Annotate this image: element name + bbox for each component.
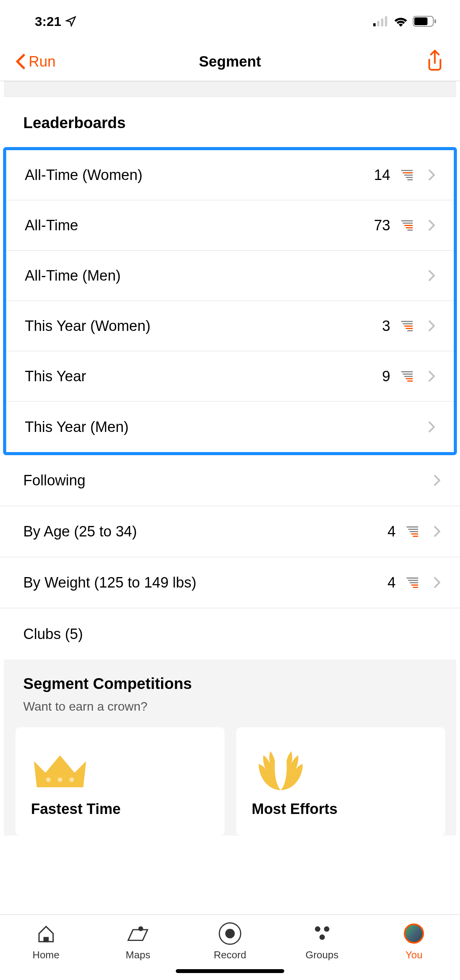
svg-rect-10: [44, 937, 48, 941]
leaderboard-label: All-Time (Men): [25, 267, 428, 284]
svg-rect-2: [381, 19, 383, 26]
share-button[interactable]: [425, 50, 445, 74]
leaderboard-value: 14: [374, 167, 390, 183]
nav-header: Run Segment: [0, 43, 460, 81]
rank-icon: [401, 371, 413, 382]
other-leaderboards: FollowingBy Age (25 to 34)4By Weight (12…: [0, 455, 460, 660]
chevron-right-icon: [428, 320, 435, 332]
leaderboard-row[interactable]: Following: [0, 455, 460, 506]
competitions-subtitle: Want to earn a crown?: [4, 699, 456, 727]
card-title: Most Efforts: [252, 801, 430, 817]
status-bar: 3:21: [0, 0, 460, 43]
leaderboard-value: 3: [382, 318, 390, 334]
svg-point-8: [58, 778, 62, 782]
status-time: 3:21: [35, 14, 77, 29]
svg-rect-3: [385, 16, 387, 26]
tab-label: Home: [33, 949, 59, 961]
leaderboard-value: 9: [382, 368, 390, 385]
leaderboard-label: Clubs (5): [23, 626, 441, 642]
competitions-title: Segment Competitions: [4, 675, 456, 699]
groups-icon: [311, 925, 333, 942]
leaderboard-label: By Weight (125 to 149 lbs): [23, 574, 388, 591]
competition-card[interactable]: Fastest Time: [15, 727, 225, 836]
svg-point-13: [226, 929, 234, 938]
svg-rect-5: [414, 17, 427, 25]
chevron-left-icon: [15, 54, 26, 69]
chevron-right-icon: [428, 219, 435, 231]
leaderboard-value: 4: [388, 574, 396, 591]
maps-icon: [126, 923, 149, 944]
competition-card[interactable]: Most Efforts: [236, 727, 445, 836]
card-title: Fastest Time: [31, 801, 209, 817]
leaderboard-label: This Year (Men): [25, 419, 428, 435]
location-arrow-icon: [65, 15, 77, 27]
leaderboard-row[interactable]: All-Time (Women)14: [6, 150, 454, 200]
chevron-right-icon: [434, 577, 441, 588]
chevron-right-icon: [428, 169, 435, 181]
signal-icon: [373, 16, 389, 26]
share-icon: [425, 50, 445, 72]
wifi-icon: [393, 16, 408, 27]
leaderboard-label: All-Time: [25, 217, 374, 234]
leaderboards-title: Leaderboards: [0, 97, 460, 147]
chevron-right-icon: [428, 270, 435, 281]
crown-icon: [31, 749, 89, 791]
home-indicator: [176, 969, 284, 973]
laurel-icon: [252, 747, 310, 793]
svg-rect-0: [373, 23, 376, 26]
tab-maps[interactable]: Maps: [92, 915, 184, 980]
svg-point-7: [46, 778, 51, 782]
competitions-section: Segment Competitions Want to earn a crow…: [4, 660, 456, 836]
tab-label: Maps: [126, 949, 151, 961]
competition-cards: Fastest TimeMost Efforts: [4, 727, 456, 836]
highlighted-leaderboards: All-Time (Women)14All-Time73All-Time (Me…: [3, 147, 457, 455]
rank-icon: [401, 321, 413, 331]
tab-label: Record: [214, 949, 246, 961]
back-button[interactable]: Run: [15, 53, 56, 70]
rank-icon: [401, 170, 413, 180]
divider-strip: [4, 81, 456, 97]
chevron-right-icon: [428, 421, 435, 433]
chevron-right-icon: [434, 475, 441, 486]
leaderboard-row[interactable]: By Weight (125 to 149 lbs)4: [0, 557, 460, 608]
tab-label: Groups: [306, 949, 338, 961]
battery-icon: [413, 16, 437, 27]
svg-rect-6: [434, 19, 436, 23]
leaderboard-row[interactable]: All-Time (Men): [6, 251, 454, 301]
leaderboard-row[interactable]: By Age (25 to 34)4: [0, 506, 460, 557]
tab-label: You: [405, 949, 422, 961]
svg-rect-1: [377, 21, 379, 26]
leaderboard-row[interactable]: This Year (Women)3: [6, 301, 454, 351]
status-time-text: 3:21: [35, 14, 61, 29]
rank-icon: [407, 526, 418, 537]
tab-groups[interactable]: Groups: [276, 915, 368, 980]
leaderboard-row[interactable]: This Year (Men): [6, 402, 454, 452]
status-indicators: [373, 16, 437, 27]
leaderboard-row[interactable]: All-Time73: [6, 200, 454, 251]
tab-you[interactable]: You: [368, 915, 460, 980]
leaderboard-label: This Year (Women): [25, 318, 382, 334]
tab-home[interactable]: Home: [0, 915, 92, 980]
home-icon: [36, 923, 56, 944]
leaderboard-label: This Year: [25, 368, 382, 385]
leaderboard-label: By Age (25 to 34): [23, 523, 388, 540]
svg-point-11: [139, 926, 144, 931]
rank-icon: [401, 220, 413, 231]
chevron-right-icon: [434, 526, 441, 537]
back-label: Run: [29, 53, 56, 70]
leaderboard-value: 73: [374, 217, 390, 234]
leaderboard-value: 4: [388, 523, 396, 540]
chevron-right-icon: [428, 370, 435, 382]
svg-point-16: [319, 934, 325, 940]
rank-icon: [407, 577, 418, 588]
avatar-icon: [404, 923, 424, 944]
svg-point-14: [315, 926, 320, 932]
leaderboard-row[interactable]: Clubs (5): [0, 608, 460, 660]
leaderboard-row[interactable]: This Year9: [6, 351, 454, 402]
svg-point-9: [69, 778, 74, 782]
svg-point-15: [324, 926, 329, 932]
leaderboard-label: All-Time (Women): [25, 167, 374, 183]
leaderboard-label: Following: [23, 472, 434, 489]
page-title: Segment: [199, 53, 261, 70]
record-icon: [218, 922, 242, 945]
